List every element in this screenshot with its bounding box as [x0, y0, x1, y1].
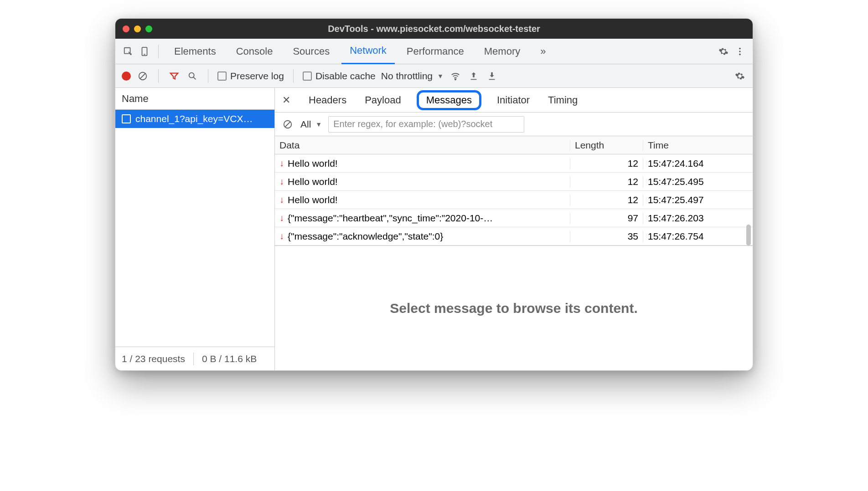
requests-count: 1 / 23 requests — [122, 353, 185, 364]
preserve-log-label: Preserve log — [230, 71, 284, 82]
websocket-icon — [122, 114, 131, 123]
more-tabs[interactable]: » — [532, 39, 554, 64]
dtab-payload[interactable]: Payload — [362, 92, 404, 108]
disable-cache-label: Disable cache — [315, 71, 376, 82]
col-time[interactable]: Time — [643, 140, 753, 151]
regex-placeholder: Enter regex, for example: (web)?socket — [333, 119, 492, 129]
network-toolbar: Preserve log Disable cache No throttling… — [115, 64, 753, 88]
kebab-menu-icon[interactable] — [734, 45, 746, 58]
clear-icon[interactable] — [136, 70, 149, 82]
device-toolbar-icon[interactable] — [138, 45, 151, 58]
download-icon[interactable] — [486, 70, 498, 82]
request-list-header[interactable]: Name — [115, 88, 274, 110]
close-window-button[interactable] — [123, 26, 129, 32]
chevron-down-icon: ▼ — [315, 121, 322, 128]
svg-point-5 — [739, 53, 741, 55]
svg-line-7 — [140, 73, 145, 78]
settings-icon[interactable] — [717, 45, 730, 58]
message-time: 15:47:24.164 — [643, 158, 753, 169]
col-length[interactable]: Length — [570, 140, 643, 151]
message-time: 15:47:25.497 — [643, 194, 753, 205]
filter-icon[interactable] — [168, 70, 181, 82]
message-data: {"message":"acknowledge","state":0} — [288, 231, 443, 242]
request-row-selected[interactable]: channel_1?api_key=VCX… — [115, 110, 274, 128]
detail-tabs: ✕ Headers Payload Messages Initiator Tim… — [275, 88, 753, 113]
search-icon[interactable] — [186, 70, 199, 82]
window-controls — [123, 26, 152, 32]
svg-point-3 — [739, 47, 741, 49]
col-data[interactable]: Data — [275, 140, 570, 151]
dtab-messages[interactable]: Messages — [417, 90, 481, 110]
arrow-down-icon: ↓ — [279, 158, 284, 169]
message-row[interactable]: ↓{"message":"heartbeat","sync_time":"202… — [275, 209, 753, 227]
svg-line-9 — [193, 77, 196, 79]
upload-icon[interactable] — [467, 70, 480, 82]
tab-sources[interactable]: Sources — [284, 39, 338, 64]
message-data: Hello world! — [288, 158, 338, 169]
message-length: 12 — [570, 158, 643, 169]
minimize-window-button[interactable] — [134, 26, 141, 32]
arrow-down-icon: ↓ — [279, 176, 284, 187]
devtools-window: DevTools - www.piesocket.com/websocket-t… — [115, 18, 753, 371]
dtab-headers[interactable]: Headers — [306, 92, 349, 108]
message-data: Hello world! — [288, 176, 338, 187]
empty-state-message: Select message to browse its content. — [275, 246, 753, 370]
tab-memory[interactable]: Memory — [476, 39, 528, 64]
window-title: DevTools - www.piesocket.com/websocket-t… — [115, 24, 753, 34]
dtab-timing[interactable]: Timing — [545, 92, 580, 108]
panel-tabs: Elements Console Sources Network Perform… — [115, 39, 753, 64]
messages-header-row: Data Length Time — [275, 136, 753, 154]
message-row[interactable]: ↓Hello world! 12 15:47:25.497 — [275, 191, 753, 209]
titlebar: DevTools - www.piesocket.com/websocket-t… — [115, 19, 753, 39]
network-conditions-icon[interactable] — [449, 70, 462, 82]
disable-cache-checkbox[interactable]: Disable cache — [303, 71, 376, 82]
message-row[interactable]: ↓Hello world! 12 15:47:25.495 — [275, 173, 753, 191]
message-type-filter[interactable]: All ▼ — [300, 119, 322, 130]
message-length: 35 — [570, 231, 643, 242]
tab-network[interactable]: Network — [341, 39, 395, 64]
status-bar: 1 / 23 requests 0 B / 11.6 kB — [115, 347, 274, 370]
preserve-log-checkbox[interactable]: Preserve log — [217, 71, 284, 82]
message-row[interactable]: ↓Hello world! 12 15:47:24.164 — [275, 154, 753, 173]
throttling-select[interactable]: No throttling ▼ — [381, 71, 444, 82]
network-settings-icon[interactable] — [734, 70, 746, 82]
scrollbar-thumb[interactable] — [746, 225, 751, 246]
clear-messages-icon[interactable] — [281, 118, 294, 131]
message-data: {"message":"heartbeat","sync_time":"2020… — [288, 213, 493, 224]
tab-elements[interactable]: Elements — [166, 39, 224, 64]
tab-performance[interactable]: Performance — [398, 39, 472, 64]
messages-filterbar: All ▼ Enter regex, for example: (web)?so… — [275, 113, 753, 136]
svg-point-8 — [189, 72, 194, 77]
message-row[interactable]: ↓{"message":"acknowledge","state":0} 35 … — [275, 227, 753, 246]
dtab-initiator[interactable]: Initiator — [494, 92, 532, 108]
zoom-window-button[interactable] — [145, 26, 152, 32]
arrow-down-icon: ↓ — [279, 194, 284, 205]
regex-filter-input[interactable]: Enter regex, for example: (web)?socket — [328, 116, 524, 133]
message-length: 97 — [570, 213, 643, 224]
close-detail-button[interactable]: ✕ — [279, 94, 293, 106]
svg-point-4 — [739, 51, 741, 52]
arrow-down-icon: ↓ — [279, 231, 284, 241]
message-time: 15:47:25.495 — [643, 176, 753, 187]
request-name: channel_1?api_key=VCX… — [135, 113, 253, 124]
transfer-size: 0 B / 11.6 kB — [202, 353, 257, 364]
message-length: 12 — [570, 176, 643, 187]
messages-table: Data Length Time ↓Hello world! 12 15:47:… — [275, 136, 753, 246]
message-length: 12 — [570, 194, 643, 205]
record-button[interactable] — [122, 72, 131, 81]
chevron-down-icon: ▼ — [437, 72, 444, 80]
message-time: 15:47:26.754 — [643, 231, 753, 242]
inspect-icon[interactable] — [122, 45, 134, 58]
arrow-down-icon: ↓ — [279, 213, 284, 223]
message-time: 15:47:26.203 — [643, 213, 753, 224]
detail-panel: ✕ Headers Payload Messages Initiator Tim… — [275, 88, 753, 370]
throttling-label: No throttling — [381, 71, 433, 82]
tab-console[interactable]: Console — [228, 39, 281, 64]
svg-line-12 — [285, 122, 290, 127]
svg-point-10 — [455, 79, 456, 80]
request-list: Name channel_1?api_key=VCX… 1 / 23 reque… — [115, 88, 275, 370]
message-filter-label: All — [300, 119, 311, 130]
message-data: Hello world! — [288, 194, 338, 205]
